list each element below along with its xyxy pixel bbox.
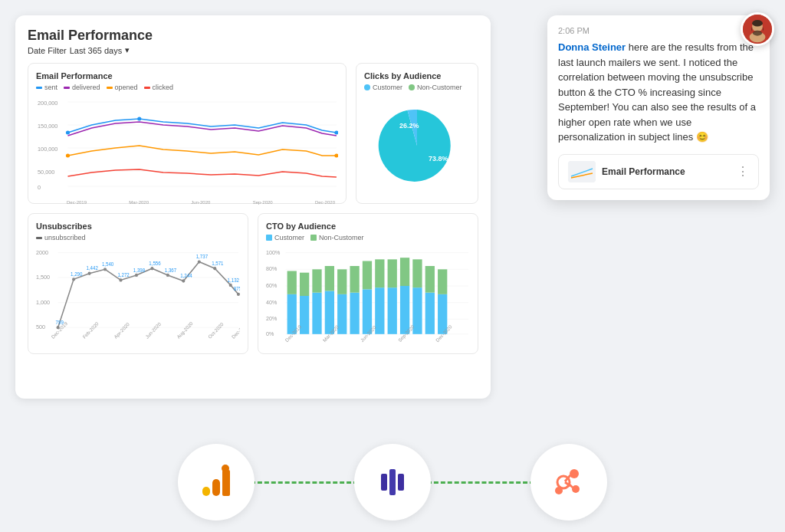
svg-rect-110	[212, 479, 220, 496]
cto-legend: Customer Non-Customer	[266, 234, 470, 241]
svg-point-12	[334, 131, 338, 135]
integration-row	[178, 444, 607, 521]
svg-point-33	[119, 278, 122, 281]
attachment-inner: Email Performance	[568, 161, 685, 182]
cto-title: CTO by Audience	[266, 222, 470, 231]
svg-rect-109	[202, 487, 210, 496]
svg-point-10	[66, 131, 70, 135]
email-performance-chart: Email Performance sent delivered opened	[28, 63, 347, 204]
svg-rect-101	[568, 161, 596, 182]
svg-text:875: 875	[234, 286, 240, 291]
legend-opened: opened	[107, 84, 138, 91]
svg-rect-81	[350, 266, 359, 293]
svg-rect-89	[400, 258, 409, 286]
connector-line-1	[251, 481, 358, 484]
svg-point-116	[570, 469, 579, 478]
avatar	[741, 12, 774, 46]
cto-visual: 100% 80% 60% 40% 20% 0%	[266, 246, 470, 346]
svg-text:Aug-2020: Aug-2020	[176, 320, 195, 340]
svg-text:60%: 60%	[266, 282, 278, 289]
card-title: Email Performance	[28, 28, 478, 44]
legend-clicked: clicked	[144, 84, 174, 91]
connector-line-2	[427, 481, 534, 484]
pie-chart-legend: Customer Non-Customer	[364, 84, 470, 91]
svg-point-107	[752, 20, 763, 27]
svg-point-45	[213, 267, 216, 270]
svg-rect-79	[337, 269, 347, 294]
legend-cto-customer: Customer	[266, 234, 304, 241]
svg-text:1,556: 1,556	[149, 261, 161, 266]
legend-sent: sent	[36, 84, 57, 91]
legend-non-customer: Non-Customer	[409, 84, 462, 91]
svg-rect-84	[375, 287, 384, 334]
svg-text:Feb-2020: Feb-2020	[81, 320, 100, 340]
svg-rect-95	[438, 269, 447, 294]
more-options-icon[interactable]: ⋮	[737, 164, 749, 179]
svg-text:73.8%: 73.8%	[429, 155, 448, 163]
svg-rect-85	[375, 259, 384, 287]
chevron-down-icon: ▾	[125, 45, 130, 55]
chat-attachment[interactable]: Email Performance ⋮	[558, 154, 759, 189]
chat-sender: Donna Steiner	[558, 41, 626, 53]
legend-cto-non-customer: Non-Customer	[310, 234, 364, 241]
dashboard-card: Email Performance Date Filter Last 365 d…	[15, 15, 491, 399]
bottom-charts-row: Unsubscribes unsubscribed 2000 1,500 1,0…	[28, 213, 478, 354]
svg-point-27	[72, 277, 75, 281]
svg-point-41	[182, 279, 185, 282]
svg-text:20%: 20%	[266, 315, 278, 322]
svg-text:1,290: 1,290	[71, 271, 83, 277]
svg-point-31	[103, 268, 107, 271]
svg-point-43	[198, 260, 201, 263]
svg-text:0%: 0%	[266, 330, 274, 337]
svg-text:1,398: 1,398	[133, 267, 146, 272]
svg-text:1,244: 1,244	[180, 273, 192, 278]
svg-text:1,000: 1,000	[36, 299, 50, 306]
svg-rect-75	[312, 269, 321, 292]
chat-message-body: here are the results from the last launc…	[558, 41, 756, 143]
svg-rect-114	[389, 469, 396, 495]
svg-rect-113	[381, 474, 387, 491]
svg-rect-111	[222, 470, 230, 496]
svg-point-112	[222, 465, 229, 472]
chat-time: 2:06 PM	[558, 26, 759, 35]
svg-text:1,272: 1,272	[117, 272, 130, 277]
email-chart-title: Email Performance	[36, 71, 338, 80]
attachment-label: Email Performance	[602, 166, 685, 177]
svg-point-120	[555, 487, 563, 494]
svg-point-49	[237, 293, 240, 296]
legend-unsubscribed: unsubscribed	[36, 234, 86, 241]
svg-text:1,367: 1,367	[165, 267, 177, 272]
svg-point-39	[166, 274, 169, 277]
svg-rect-87	[388, 259, 397, 287]
svg-text:26.2%: 26.2%	[399, 122, 419, 130]
unsubscribes-chart: Unsubscribes unsubscribed 2000 1,500 1,0…	[28, 213, 248, 354]
svg-text:150,000: 150,000	[38, 123, 57, 130]
svg-rect-80	[350, 293, 359, 334]
date-filter[interactable]: Date Filter Last 365 days ▾	[28, 45, 478, 55]
email-line-chart: 200,000 150,000 100,000 50,000 0	[36, 96, 338, 195]
svg-point-118	[557, 476, 570, 488]
svg-text:50,000: 50,000	[38, 169, 54, 176]
svg-rect-91	[412, 259, 422, 287]
svg-rect-86	[388, 287, 397, 334]
svg-rect-73	[300, 273, 309, 296]
svg-rect-74	[312, 293, 321, 334]
hubspot-icon[interactable]	[530, 444, 607, 521]
attachment-thumbnail	[568, 161, 596, 182]
svg-rect-92	[425, 293, 435, 334]
svg-text:2000: 2000	[36, 249, 48, 256]
svg-text:40%: 40%	[266, 299, 278, 306]
svg-point-121	[572, 485, 580, 493]
svg-point-35	[135, 274, 138, 277]
svg-text:0: 0	[38, 185, 41, 191]
unsub-title: Unsubscribes	[36, 222, 240, 231]
svg-text:1,500: 1,500	[36, 274, 50, 281]
svg-text:500: 500	[36, 323, 45, 330]
top-charts-row: Email Performance sent delivered opened	[28, 63, 478, 204]
svg-point-14	[334, 154, 338, 158]
cto-chart: CTO by Audience Customer Non-Customer 10…	[258, 213, 478, 354]
svg-rect-93	[425, 266, 435, 293]
google-analytics-icon[interactable]	[178, 444, 255, 521]
segment-icon[interactable]	[354, 444, 431, 521]
svg-point-29	[88, 272, 91, 275]
